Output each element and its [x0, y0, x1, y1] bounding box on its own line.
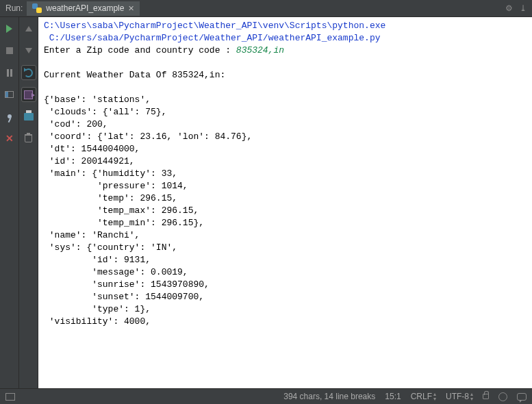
- lock-icon[interactable]: [483, 394, 489, 399]
- stop-icon: [6, 47, 13, 54]
- wrap-button[interactable]: [21, 65, 36, 80]
- output-line: 'sunset': 1544009700,: [44, 292, 204, 302]
- output-line: 'type': 1},: [44, 304, 151, 314]
- x-icon: ✕: [5, 133, 14, 144]
- tool-column-primary: ✕: [0, 17, 19, 388]
- gear-icon[interactable]: ⚙: [505, 3, 513, 13]
- status-chars: 394 chars, 14 line breaks: [283, 392, 375, 401]
- output-line: 'message': 0.0019,: [44, 267, 188, 277]
- output-line: 'main': {'humidity': 33,: [44, 168, 177, 179]
- pause-button[interactable]: [2, 65, 17, 80]
- stop-button[interactable]: [2, 43, 17, 58]
- exec-path: C:\Users\saba\PycharmProject\Weather_API…: [44, 21, 385, 31]
- exit-icon: [24, 90, 33, 99]
- output-line: 'temp_max': 296.15,: [44, 205, 199, 216]
- status-bar: 394 chars, 14 line breaks 15:1 CRLF▴▾ UT…: [0, 388, 532, 404]
- layout-button[interactable]: [2, 87, 17, 102]
- output-line: 'temp': 296.15,: [44, 193, 177, 203]
- status-line-ending[interactable]: CRLF▴▾: [411, 392, 436, 401]
- down-button[interactable]: [21, 43, 36, 58]
- python-icon: [32, 3, 42, 13]
- console-output[interactable]: C:\Users\saba\PycharmProject\Weather_API…: [38, 17, 532, 388]
- pause-icon: [7, 69, 12, 77]
- output-line: 'dt': 1544004000,: [44, 144, 140, 154]
- tab-title: weatherAPI_example: [46, 3, 124, 13]
- download-icon[interactable]: ⤓: [520, 3, 527, 13]
- pin-icon: [8, 114, 12, 118]
- output-line: 'temp_min': 296.15},: [44, 218, 204, 228]
- prompt-label: Enter a Zip code and country code :: [44, 45, 236, 55]
- print-icon: [24, 113, 34, 121]
- exit-button[interactable]: [21, 87, 36, 102]
- print-button[interactable]: [21, 109, 36, 124]
- tool-column-secondary: [19, 17, 38, 388]
- output-line: 'sys': {'country': 'IN',: [44, 242, 177, 253]
- arrow-down-icon: [25, 48, 32, 53]
- close-icon[interactable]: ✕: [128, 4, 134, 13]
- layout-icon: [5, 91, 14, 98]
- script-path: C:/Users/saba/PycharmProject/Weather_API…: [44, 33, 380, 43]
- trash-button[interactable]: [21, 131, 36, 146]
- play-icon: [6, 25, 12, 33]
- feedback-icon[interactable]: [517, 393, 527, 401]
- tool-window-icon[interactable]: [5, 393, 15, 401]
- output-heading: Current Weather Data Of 835324,in:: [44, 70, 225, 80]
- output-line: 'name': 'Ranchi',: [44, 230, 140, 240]
- status-encoding[interactable]: UTF-8▴▾: [446, 392, 473, 401]
- output-line: 'cod': 200,: [44, 119, 108, 129]
- run-tab[interactable]: weatherAPI_example ✕: [27, 1, 140, 16]
- trash-icon: [25, 134, 32, 142]
- wrap-icon: [24, 68, 33, 77]
- run-header: Run: weatherAPI_example ✕ ⚙ ⤓: [0, 0, 532, 17]
- output-line: {'base': 'stations',: [44, 94, 151, 105]
- arrow-up-icon: [25, 26, 32, 31]
- output-line: 'coord': {'lat': 23.16, 'lon': 84.76},: [44, 131, 252, 142]
- output-line: 'sunrise': 1543970890,: [44, 279, 210, 290]
- main-area: ✕ C:\Users\saba\PycharmProject\Weather_A…: [0, 17, 532, 388]
- output-line: 'id': 9131,: [44, 255, 151, 265]
- close-button[interactable]: ✕: [2, 131, 17, 146]
- output-line: 'visibility': 4000,: [44, 316, 151, 327]
- pin-button[interactable]: [2, 109, 17, 124]
- up-button[interactable]: [21, 21, 36, 36]
- output-line: 'clouds': {'all': 75},: [44, 107, 166, 117]
- output-line: 'pressure': 1014,: [44, 181, 188, 191]
- run-label: Run:: [5, 3, 23, 13]
- prompt-input: 835324,in: [236, 45, 284, 55]
- output-line: 'id': 200144921,: [44, 156, 135, 166]
- status-linecol[interactable]: 15:1: [385, 392, 401, 401]
- run-button[interactable]: [2, 21, 17, 36]
- inspector-icon[interactable]: [498, 392, 507, 401]
